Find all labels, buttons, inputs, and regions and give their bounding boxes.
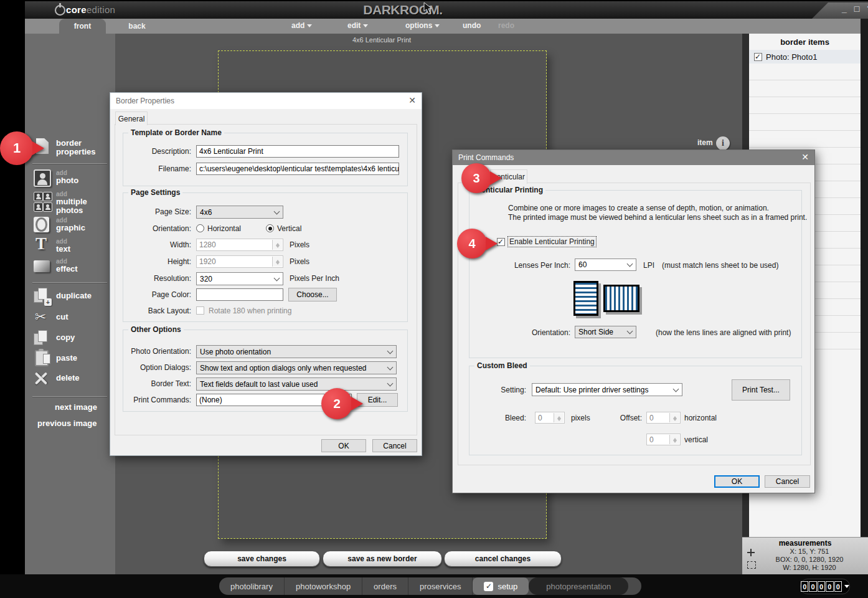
border-item-empty-row[interactable] <box>749 97 861 114</box>
radio-horizontal[interactable] <box>196 224 204 232</box>
border-item-empty-row[interactable] <box>749 114 861 131</box>
brand-core: core <box>66 4 87 15</box>
enable-lenticular-checkbox[interactable] <box>497 238 505 246</box>
tool-copy[interactable]: copy <box>56 333 75 342</box>
measurements-title: measurements <box>742 539 868 548</box>
add-text-icon[interactable]: T <box>35 234 47 254</box>
add-effect-icon[interactable] <box>34 260 50 272</box>
height-label: Height: <box>129 257 191 266</box>
divider <box>32 163 107 164</box>
option-dialogs-select[interactable]: Show text and option dialogs only when r… <box>196 361 397 374</box>
resolution-select[interactable]: 320 <box>196 272 283 285</box>
duplicate-icon[interactable]: + <box>34 288 50 304</box>
resolution-value: 320 <box>200 275 212 283</box>
add-graphic-icon[interactable] <box>34 217 49 232</box>
spinner-buttons <box>669 435 679 444</box>
radio-vertical[interactable] <box>266 224 274 232</box>
nav-label: setup <box>498 582 517 591</box>
menu-undo[interactable]: undo <box>463 21 481 30</box>
tool-label: border <box>56 138 82 148</box>
tool-add-multiple-photos[interactable]: multiple photos <box>56 197 87 215</box>
copy-icon[interactable] <box>34 330 50 346</box>
tool-duplicate[interactable]: duplicate <box>56 292 92 300</box>
delete-icon[interactable] <box>34 371 47 385</box>
tool-add-graphic[interactable]: graphic <box>56 224 85 232</box>
description-input[interactable]: 4x6 Lenticular Print <box>196 145 399 158</box>
border-item-row[interactable]: Photo: Photo1 <box>749 50 861 64</box>
maximize-button[interactable]: □ <box>854 4 859 14</box>
dialog-close-icon[interactable]: ✕ <box>801 152 809 162</box>
bleed-setting-select[interactable]: Default: Use printer driver settings <box>532 383 682 396</box>
pin-number: 4 <box>468 237 475 251</box>
tool-sidebar: border properties add photo add multiple… <box>25 34 115 574</box>
offset-horizontal-value: 0 <box>649 414 654 422</box>
dialog-title: Print Commands <box>458 153 514 162</box>
cancel-button[interactable]: Cancel <box>372 439 417 452</box>
page-color-input[interactable] <box>196 288 283 301</box>
page-size-select[interactable]: 4x6 <box>196 206 283 219</box>
tool-add-effect[interactable]: effect <box>56 265 78 273</box>
add-photo-icon[interactable] <box>34 169 51 187</box>
item-checkbox[interactable] <box>754 53 762 61</box>
border-text-value: Text fields default to last value used <box>200 380 318 389</box>
width-label: Width: <box>129 240 191 249</box>
cut-icon[interactable]: ✂ <box>35 309 46 325</box>
print-counter[interactable]: 0 0 0 0 0 <box>800 579 850 594</box>
tool-paste[interactable]: paste <box>56 354 77 363</box>
nav-proservices[interactable]: proservices <box>408 577 473 595</box>
border-item-empty-row[interactable] <box>749 64 861 80</box>
ok-button[interactable]: OK <box>714 475 760 488</box>
pin-number: 1 <box>13 140 21 156</box>
next-image-button[interactable]: next image <box>55 403 97 412</box>
menu-edit[interactable]: edit <box>347 21 368 30</box>
choose-color-button[interactable]: Choose... <box>288 288 337 301</box>
nav-photoworkshop[interactable]: photoworkshop <box>285 577 362 595</box>
cancel-changes-button[interactable]: cancel changes <box>444 551 562 567</box>
lens-orientation-value: Short Side <box>578 328 613 336</box>
border-text-select[interactable]: Text fields default to last value used <box>196 377 397 391</box>
tab-front[interactable]: front <box>59 19 106 34</box>
tab-label: General <box>118 115 145 123</box>
paste-icon[interactable] <box>35 350 49 366</box>
resolution-label: Resolution: <box>129 274 191 283</box>
photo-orientation-select[interactable]: Use photo orientation <box>196 345 397 358</box>
tool-delete[interactable]: delete <box>56 374 80 382</box>
dialog-titlebar[interactable]: Border Properties ✕ <box>110 93 422 109</box>
lenses-per-inch-label: Lenses Per Inch: <box>500 261 570 270</box>
enable-lenticular-label[interactable]: Enable Lenticular Printing <box>508 237 596 247</box>
tool-add-text[interactable]: text <box>56 245 70 254</box>
nav-setup[interactable]: ✓ setup <box>473 577 529 595</box>
menu-options[interactable]: options <box>405 21 440 30</box>
border-item-empty-row[interactable] <box>749 131 861 148</box>
save-changes-button[interactable]: save changes <box>204 551 320 567</box>
filename-input[interactable]: c:\users\eugene\desktop\lenticular test\… <box>196 163 399 175</box>
offset-horizontal-input: 0 <box>646 412 681 424</box>
bleed-unit: pixels <box>571 414 590 422</box>
save-as-new-border-button[interactable]: save as new border <box>323 551 442 567</box>
measure-xy: X: 15, Y: 751 <box>755 548 864 555</box>
ok-button[interactable]: OK <box>321 439 366 452</box>
add-multiple-photos-icon[interactable] <box>34 192 51 209</box>
nav-orders[interactable]: orders <box>362 577 408 595</box>
annotation-pin-2: 2 <box>321 388 352 419</box>
module-nav: photolibrary photoworkshop orders proser… <box>219 577 641 595</box>
lens-orientation-select[interactable]: Short Side <box>575 326 636 338</box>
nav-photolibrary[interactable]: photolibrary <box>219 577 285 595</box>
info-icon[interactable]: i <box>716 136 730 150</box>
dialog-close-icon[interactable]: ✕ <box>408 95 416 105</box>
tab-back[interactable]: back <box>112 19 162 34</box>
previous-image-button[interactable]: previous image <box>37 419 97 428</box>
nav-photopresentation[interactable]: photopresentation <box>529 577 628 595</box>
minimize-button[interactable]: _ <box>842 4 847 14</box>
lenses-per-inch-select[interactable]: 60 <box>575 259 636 271</box>
lens-orientation-note: (how the lens lines are aligned with pri… <box>656 328 791 337</box>
tab-general[interactable]: General <box>115 112 148 125</box>
border-item-empty-row[interactable] <box>749 80 861 97</box>
cancel-button[interactable]: Cancel <box>765 475 810 488</box>
menu-add[interactable]: add <box>291 21 312 30</box>
tool-add-photo[interactable]: photo <box>56 176 78 185</box>
print-test-button[interactable]: Print Test... <box>732 379 790 401</box>
tool-border-properties[interactable]: border properties <box>56 139 96 156</box>
dialog-titlebar[interactable]: Print Commands ✕ <box>453 150 814 165</box>
tool-cut[interactable]: cut <box>56 313 68 321</box>
